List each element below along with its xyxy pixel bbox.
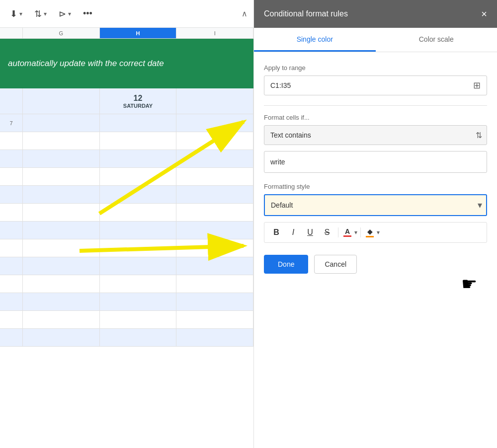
table-row	[0, 222, 253, 239]
column-headers: G H I	[0, 28, 253, 39]
tab-single-color[interactable]: Single color	[254, 28, 376, 52]
filter-chevron-icon: ▾	[68, 10, 71, 17]
fill-color-dropdown-icon[interactable]: ▾	[377, 229, 380, 236]
day-number: 12	[134, 94, 143, 103]
text-color-button[interactable]: A	[341, 227, 353, 238]
row-num-7: 7	[0, 114, 23, 132]
text-color-bar	[343, 235, 351, 237]
toolbar-separator-2	[360, 227, 361, 237]
col-header-h: H	[100, 28, 177, 38]
day-header-row: 12 SATURDAY	[0, 88, 253, 114]
panel-header: Conditional format rules ×	[254, 0, 497, 28]
day-cell-prev	[23, 88, 100, 114]
underline-button[interactable]: U	[302, 224, 318, 240]
range-input-container: ⊞	[264, 75, 487, 95]
cancel-button[interactable]: Cancel	[314, 255, 357, 274]
table-row	[0, 150, 253, 168]
row-num	[0, 150, 23, 167]
more-icon: •••	[83, 8, 92, 18]
text-color-letter-icon: A	[345, 228, 350, 235]
green-row-text: automatically update with the correct da…	[8, 59, 164, 69]
day-row-num	[0, 88, 23, 114]
col-header-i: I	[176, 28, 253, 38]
row-num	[0, 168, 23, 185]
done-button[interactable]: Done	[264, 255, 308, 274]
collapse-icon: ∧	[242, 9, 248, 18]
day-cell-next	[176, 88, 253, 114]
table-row	[0, 186, 253, 204]
action-buttons: Done Cancel	[264, 255, 487, 274]
table-row: 7	[0, 114, 253, 132]
table-row	[0, 257, 253, 275]
day-name: SATURDAY	[123, 103, 153, 109]
row-num	[0, 186, 23, 203]
style-select[interactable]: Default None Bold Italic Underline	[264, 194, 487, 216]
divider	[264, 105, 487, 106]
sort-icon: ⇅	[34, 8, 42, 19]
range-input[interactable]	[264, 76, 467, 94]
row-num	[0, 293, 23, 310]
download-icon: ⬇	[10, 8, 17, 19]
row-num	[0, 204, 23, 221]
tab-color-scale[interactable]: Color scale	[376, 28, 497, 52]
formatting-style-label: Formatting style	[264, 183, 487, 190]
condition-select-container: Text contains Text does not contain Text…	[264, 125, 487, 145]
table-row	[0, 329, 253, 347]
row-num	[0, 222, 23, 239]
data-rows-area: 7	[0, 114, 253, 448]
grid-icon[interactable]: ⊞	[467, 76, 487, 95]
row-num	[0, 329, 23, 346]
toolbar-collapse-btn[interactable]: ∧	[242, 9, 248, 18]
toolbar-download-btn[interactable]: ⬇ ▾	[6, 5, 26, 22]
style-select-container: Default None Bold Italic Underline ▾	[264, 194, 487, 216]
toolbar-more-btn[interactable]: •••	[79, 5, 96, 22]
format-cells-label: Format cells if...	[264, 114, 487, 121]
row-num	[0, 257, 23, 275]
table-row	[0, 311, 253, 329]
condition-select[interactable]: Text contains Text does not contain Text…	[264, 125, 487, 145]
cursor-hand-icon: ☛	[461, 274, 477, 295]
toolbar: ⬇ ▾ ⇅ ▾ ⊳ ▾ ••• ∧	[0, 0, 253, 28]
text-color-dropdown-icon[interactable]: ▾	[354, 229, 357, 236]
row-num	[0, 275, 23, 293]
format-toolbar: B I U S A ▾ ◆ ▾	[264, 222, 487, 243]
panel-tabs: Single color Color scale	[254, 28, 497, 52]
conditional-format-panel: Conditional format rules × Single color …	[253, 0, 497, 448]
row-num	[0, 239, 23, 257]
toolbar-filter-btn[interactable]: ⊳ ▾	[55, 5, 75, 22]
green-header-row: automatically update with the correct da…	[0, 39, 253, 88]
sort-chevron-icon: ▾	[44, 10, 47, 17]
panel-title: Conditional format rules	[264, 9, 348, 18]
row-num	[0, 311, 23, 328]
italic-button[interactable]: I	[285, 224, 301, 240]
strikethrough-button[interactable]: S	[319, 224, 335, 240]
col-header-g: G	[23, 28, 100, 38]
condition-value-input[interactable]	[264, 151, 487, 173]
apply-to-range-label: Apply to range	[264, 64, 487, 72]
day-row-cells: 12 SATURDAY	[23, 88, 253, 114]
row-num	[0, 132, 23, 149]
fill-color-button[interactable]: ◆	[364, 226, 376, 238]
download-chevron-icon: ▾	[19, 10, 22, 17]
toolbar-sort-btn[interactable]: ⇅ ▾	[30, 5, 51, 22]
bold-button[interactable]: B	[268, 224, 284, 240]
table-row	[0, 239, 253, 257]
day-cell-sat: 12 SATURDAY	[100, 88, 177, 114]
panel-close-button[interactable]: ×	[481, 9, 487, 19]
table-row	[0, 132, 253, 150]
panel-content: Apply to range ⊞ Format cells if... Text…	[254, 52, 497, 448]
filter-icon: ⊳	[59, 8, 66, 19]
table-row	[0, 293, 253, 311]
table-row	[0, 204, 253, 222]
fill-color-bar	[366, 236, 374, 237]
table-row	[0, 168, 253, 186]
table-row	[0, 275, 253, 293]
fill-color-icon: ◆	[367, 227, 373, 235]
toolbar-separator	[338, 227, 338, 237]
